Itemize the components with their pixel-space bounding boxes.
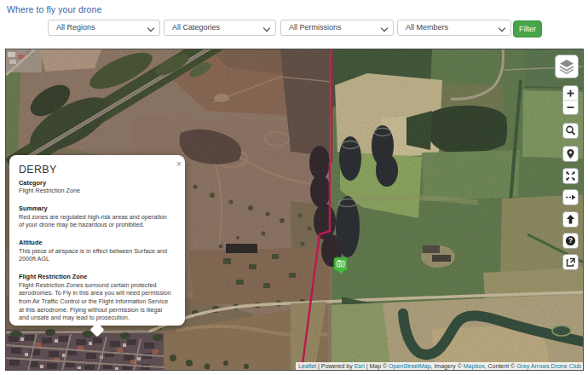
svg-text:?: ? bbox=[568, 236, 573, 245]
